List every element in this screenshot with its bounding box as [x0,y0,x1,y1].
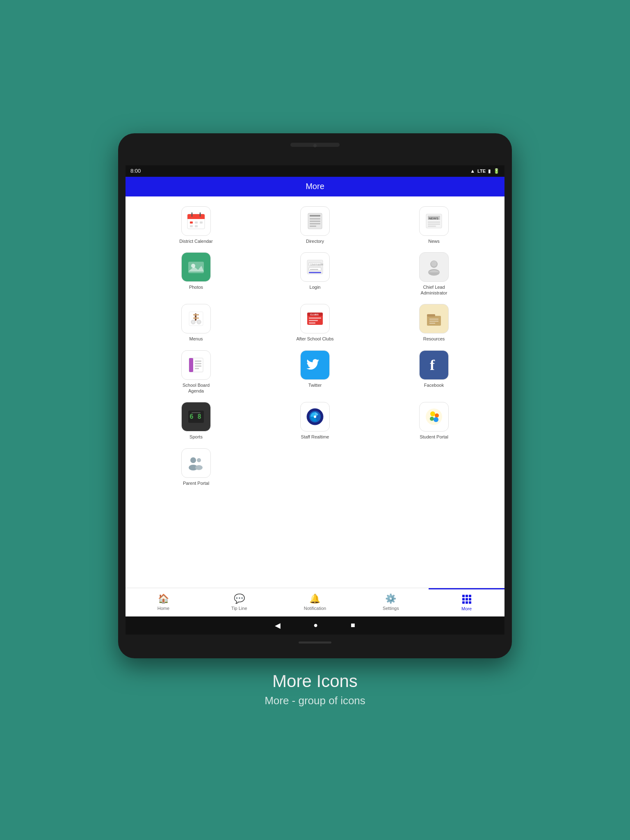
android-nav: ◀ ● ■ [126,616,504,635]
studentportal-icon [419,402,449,431]
svg-point-64 [426,409,442,425]
home-nav-icon: 🏠 [158,593,169,604]
caption-area: More Icons More - group of icons [265,671,365,707]
svg-text:6 8: 6 8 [189,413,201,420]
svg-rect-18 [428,221,440,223]
admin-label: Chief Lead Administrator [413,284,454,296]
app-header: More [126,177,504,196]
status-right: ▲ LTE ▮ 🔋 [470,168,500,174]
settings-nav-label: Settings [383,606,399,611]
photos-icon [181,252,211,282]
svg-point-39 [197,320,201,324]
svg-rect-36 [193,314,199,315]
notification-nav-label: Notification [304,606,326,611]
caption-subtitle: More - group of icons [265,694,365,707]
svg-rect-28 [309,272,321,273]
grid-item-facebook[interactable]: f Facebook [413,350,454,394]
page-title: More [306,182,324,191]
home-nav-label: Home [158,606,169,611]
grid-item-menus[interactable]: Menus [176,304,217,342]
grid-item-school-board-agenda[interactable]: School Board Agenda [176,350,217,394]
twitter-label: Twitter [308,382,322,388]
grid-item-news[interactable]: NEWS News [413,206,454,244]
studentportal-label: Student Portal [420,434,448,440]
sports-icon: 6 8 [181,402,211,431]
svg-point-65 [430,411,435,416]
nav-notification[interactable]: 🔔 Notification [277,588,353,616]
tipline-nav-label: Tip Line [231,606,247,611]
signal-bars-icon: ▮ [488,168,491,174]
svg-rect-14 [310,223,320,224]
settings-nav-icon: ⚙️ [385,593,396,604]
news-icon: NEWS [419,206,449,236]
afterschool-icon: CLUBS [300,304,330,333]
grid-item-parent-portal[interactable]: Parent Portal [176,448,217,486]
grid-item-sports[interactable]: 6 8 Sports [176,402,217,440]
svg-rect-7 [200,221,203,224]
main-content: District Calendar Direct [126,196,504,588]
grid-item-photos[interactable]: Photos [176,252,217,296]
grid-item-district-calendar[interactable]: District Calendar [176,206,217,244]
svg-rect-56 [195,368,199,369]
svg-rect-52 [189,358,193,372]
district-calendar-label: District Calendar [179,238,212,244]
svg-point-68 [434,417,438,422]
svg-rect-47 [427,314,435,317]
recents-button[interactable]: ■ [351,621,355,630]
time-display: 8:00 [130,168,141,174]
svg-point-67 [430,417,434,421]
svg-text:CLUBS: CLUBS [310,313,319,316]
svg-rect-15 [310,226,316,227]
nav-more[interactable]: More [429,588,504,616]
svg-text:NEWS: NEWS [429,217,439,220]
bottom-nav: 🏠 Home 💬 Tip Line 🔔 Notification ⚙️ Sett… [126,588,504,616]
svg-rect-8 [190,225,193,227]
grid-item-login[interactable]: Username •••••••• Login [294,252,336,296]
staffrealtime-icon [300,402,330,431]
grid-item-chief-lead-admin[interactable]: Chief Lead Administrator [413,252,454,296]
svg-point-66 [435,413,439,418]
svg-rect-12 [310,218,320,219]
nav-settings[interactable]: ⚙️ Settings [353,588,429,616]
svg-rect-43 [309,320,318,321]
svg-point-72 [195,465,203,470]
grid-item-directory[interactable]: Directory [294,206,336,244]
parentportal-icon [181,448,211,478]
svg-rect-53 [195,361,201,362]
grid-item-student-portal[interactable]: Student Portal [413,402,454,440]
news-label: News [428,238,440,244]
svg-point-63 [314,415,316,418]
resources-label: Resources [423,336,445,342]
svg-point-32 [431,261,437,267]
directory-icon [300,206,330,236]
svg-rect-19 [428,224,440,225]
nav-home[interactable]: 🏠 Home [126,588,201,616]
camera-dot [313,144,317,147]
svg-rect-42 [309,317,321,319]
resources-icon [419,304,449,333]
icons-grid: District Calendar Direct [139,206,491,486]
login-icon: Username •••••••• [300,252,330,282]
svg-rect-13 [310,221,320,222]
svg-point-38 [191,320,195,324]
grid-item-staff-realtime[interactable]: Staff Realtime [294,402,336,440]
svg-point-69 [190,457,196,463]
svg-rect-44 [309,322,315,324]
district-calendar-icon [181,206,211,236]
grid-item-twitter[interactable]: Twitter [294,350,336,394]
back-button[interactable]: ◀ [275,621,281,630]
tablet-shell: 8:00 ▲ LTE ▮ 🔋 More [118,133,512,658]
directory-label: Directory [306,238,324,244]
svg-rect-25 [307,260,323,274]
home-button[interactable]: ● [313,621,318,630]
bottom-bezel [126,635,504,651]
svg-point-70 [197,458,201,462]
twitter-icon [300,350,330,380]
sports-label: Sports [189,434,203,440]
svg-text:Username: Username [310,263,323,266]
grid-item-resources[interactable]: Resources [413,304,454,342]
svg-rect-5 [190,221,193,224]
grid-item-after-school-clubs[interactable]: CLUBS After School Clubs [294,304,336,342]
nav-tip-line[interactable]: 💬 Tip Line [201,588,277,616]
admin-icon [419,252,449,282]
